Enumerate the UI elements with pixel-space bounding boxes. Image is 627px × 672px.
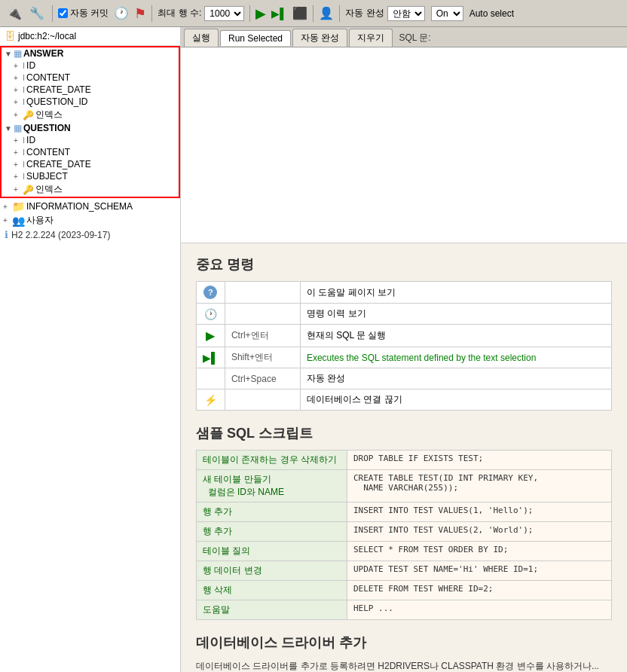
cmd-row-autocomplete: Ctrl+Space 자동 완성	[197, 368, 612, 389]
run-tab[interactable]: 실행	[184, 29, 219, 47]
question-create-date-row[interactable]: + I CREATE_DATE	[2, 158, 179, 170]
answer-content-row[interactable]: + I CONTENT	[2, 72, 179, 84]
answer-create-date-expand[interactable]: +	[14, 86, 21, 94]
sample-row-create: 새 테이블 만들기 컬럼은 ID와 NAME CREATE TABLE TEST…	[197, 470, 612, 502]
user-row[interactable]: + 👥 사용자	[0, 213, 180, 228]
answer-expand-icon[interactable]: ▼	[5, 50, 12, 58]
cmd-icon-help: ?	[197, 282, 225, 304]
cmd-desc-help: 이 도움말 페이지 보기	[300, 282, 611, 304]
answer-question-id-row[interactable]: + I QUESTION_ID	[2, 96, 179, 108]
cmd-row-disconnect: ⚡ 데이터베이스 연결 끊기	[197, 389, 612, 411]
question-id-col-icon: I	[23, 136, 25, 145]
important-commands-title: 중요 명령	[196, 255, 612, 273]
stop-btn[interactable]: ⬛	[292, 6, 307, 20]
question-table-label: QUESTION	[23, 123, 71, 133]
answer-index-expand[interactable]: +	[14, 111, 21, 119]
answer-content-label: CONTENT	[26, 72, 70, 83]
question-subject-expand[interactable]: +	[14, 173, 21, 181]
question-create-date-col-icon: I	[23, 160, 25, 169]
info-schema-folder-icon: 📁	[12, 200, 25, 212]
connection-header[interactable]: 🗄 jdbc:h2:~/local	[0, 27, 180, 46]
cmd-shortcut-disconnect	[225, 389, 300, 411]
info-schema-expand[interactable]: +	[3, 203, 11, 211]
answer-content-expand[interactable]: +	[14, 74, 21, 82]
user-expand[interactable]: +	[3, 216, 11, 225]
cmd-desc-history: 명령 이력 보기	[300, 304, 611, 325]
disconnect-btn[interactable]: 🔌	[5, 5, 24, 22]
history-btn[interactable]: 🕐	[112, 5, 131, 22]
clear-tab[interactable]: 지우기	[349, 29, 393, 47]
toolbar: 🔌 🔧 자동 커밋 🕐 ⚑ 최대 행 수: 1000 500 100 ▶ ▶▌ …	[0, 0, 627, 27]
sample-row-insert2: 행 추가 INSERT INTO TEST VALUES(2, 'World')…	[197, 522, 612, 542]
answer-question-id-expand[interactable]: +	[14, 98, 21, 106]
sample-left-insert1: 행 추가	[197, 502, 347, 522]
run-selected-tab[interactable]: Run Selected	[220, 30, 291, 46]
cmd-shortcut-runsel: Shift+엔터	[225, 347, 300, 368]
cmd-desc-disconnect: 데이터베이스 연결 끊기	[300, 389, 611, 411]
sample-left-help: 도움말	[197, 600, 347, 620]
sample-left-select: 테이블 질의	[197, 542, 347, 561]
driver-title: 데이터베이스 드라이버 추가	[196, 634, 612, 652]
cmd-desc-runsel: Executes the SQL statement defined by th…	[300, 347, 611, 368]
sample-right-help: HELP ...	[347, 600, 612, 620]
answer-question-id-label: QUESTION_ID	[26, 96, 87, 107]
question-mark-icon: ?	[203, 286, 217, 299]
auto-complete-tab[interactable]: 자동 완성	[292, 29, 347, 47]
question-subject-row[interactable]: + I SUBJECT	[2, 170, 179, 182]
answer-index-row[interactable]: + 🔑 인덱스	[2, 108, 179, 122]
auto-commit-checkbox[interactable]	[58, 8, 68, 18]
answer-create-date-col-icon: I	[23, 85, 25, 94]
sample-right-select: SELECT * FROM TEST ORDER BY ID;	[347, 542, 612, 561]
question-index-row[interactable]: + 🔑 인덱스	[2, 182, 179, 197]
question-id-row[interactable]: + I ID	[2, 134, 179, 146]
commands-table: ? 이 도움말 페이지 보기 🕐 명령 이력 보기 ▶ Ctrl+엔터 현재의 …	[196, 281, 612, 411]
auto-select-label: Auto select	[469, 8, 514, 19]
cmd-icon-autocomplete	[197, 368, 225, 389]
sep5	[339, 5, 340, 22]
sample-sql-title: 샘플 SQL 스크립트	[196, 424, 612, 442]
answer-id-row[interactable]: + I ID	[2, 60, 179, 72]
auto-complete-select[interactable]: 안함 자동	[387, 6, 425, 21]
sql-input[interactable]	[181, 47, 627, 243]
question-subject-label: SUBJECT	[26, 171, 68, 182]
question-index-expand[interactable]: +	[14, 185, 21, 194]
info-icon: ℹ	[5, 229, 8, 240]
sample-row-update: 행 데이터 변경 UPDATE TEST SET NAME='Hi' WHERE…	[197, 561, 612, 581]
version-row: ℹ H2 2.2.224 (2023-09-17)	[0, 228, 180, 242]
auto-select-select[interactable]: On Off	[431, 6, 463, 21]
person-icon: 👤	[319, 6, 334, 20]
max-rows-select[interactable]: 1000 500 100	[204, 6, 244, 21]
question-table-row[interactable]: ▼ ▦ QUESTION	[2, 122, 179, 134]
cmd-shortcut-autocomplete: Ctrl+Space	[225, 368, 300, 389]
preferences-btn[interactable]: 🔧	[27, 5, 47, 22]
num-badge: ⚑	[134, 5, 146, 22]
question-id-expand[interactable]: +	[14, 136, 21, 145]
question-expand-icon[interactable]: ▼	[5, 124, 12, 133]
info-schema-row[interactable]: + 📁 INFORMATION_SCHEMA	[0, 200, 180, 213]
question-content-row[interactable]: + I CONTENT	[2, 146, 179, 158]
question-content-expand[interactable]: +	[14, 148, 21, 157]
tab-bar: 실행 Run Selected 자동 완성 지우기 SQL 문:	[181, 27, 627, 47]
answer-table-icon: ▦	[14, 48, 22, 59]
cmd-icon-disconnect: ⚡	[197, 389, 225, 411]
cmd-shortcut-history	[225, 304, 300, 325]
sample-right-delete: DELETE FROM TEST WHERE ID=2;	[347, 581, 612, 600]
run-btn[interactable]: ▶	[255, 5, 266, 22]
run-selected-btn[interactable]: ▶▌	[269, 6, 289, 21]
answer-create-date-row[interactable]: + I CREATE_DATE	[2, 84, 179, 96]
cmd-row-run: ▶ Ctrl+엔터 현재의 SQL 문 실행	[197, 325, 612, 347]
cmd-shortcut-run: Ctrl+엔터	[225, 325, 300, 347]
main-layout: 🗄 jdbc:h2:~/local ▼ ▦ ANSWER + I ID + I …	[0, 27, 627, 672]
connection-icon: 🗄	[5, 30, 15, 42]
question-subject-col-icon: I	[23, 172, 25, 181]
answer-id-expand[interactable]: +	[14, 62, 21, 70]
cmd-icon-runsel: ▶▌	[197, 347, 225, 368]
sample-left-create: 새 테이블 만들기 컬럼은 ID와 NAME	[197, 470, 347, 502]
answer-table-row[interactable]: ▼ ▦ ANSWER	[2, 47, 179, 60]
answer-id-label: ID	[26, 60, 35, 71]
cmd-icon-run: ▶	[197, 325, 225, 347]
answer-id-col-icon: I	[23, 61, 25, 70]
question-create-date-expand[interactable]: +	[14, 160, 21, 169]
answer-table-label: ANSWER	[23, 48, 63, 59]
cmd-row-runsel: ▶▌ Shift+엔터 Executes the SQL statement d…	[197, 347, 612, 368]
